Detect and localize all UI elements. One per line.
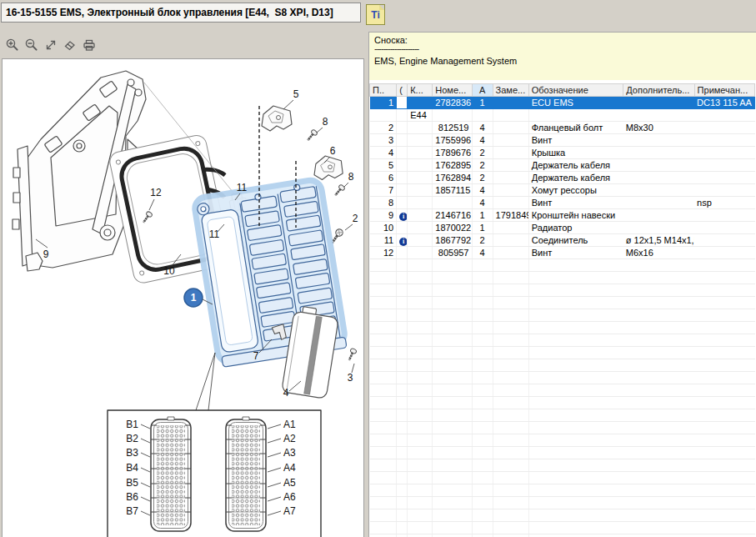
cell-pos[interactable]: 1 [370, 97, 397, 109]
cell-qty[interactable] [472, 109, 493, 122]
cell-extra[interactable] [623, 159, 694, 172]
cell-note[interactable] [694, 297, 754, 309]
cell-repl[interactable] [493, 334, 528, 347]
cell-info[interactable] [397, 397, 408, 409]
cell-note[interactable] [694, 372, 754, 384]
cell-qty[interactable] [472, 434, 493, 447]
cell-repl[interactable] [493, 322, 528, 334]
cell-info[interactable] [397, 197, 408, 209]
cell-repl[interactable] [493, 397, 528, 409]
cell-repl[interactable] [493, 309, 528, 322]
cell-desig[interactable] [528, 472, 623, 484]
cell-group[interactable] [408, 334, 433, 347]
cell-desig[interactable] [528, 284, 623, 297]
cell-repl[interactable] [493, 184, 528, 197]
cell-pos[interactable] [370, 309, 397, 322]
table-row[interactable]: 11i18677922Соединительø 12x1,5 M14x1,5 [370, 234, 755, 247]
cell-repl[interactable] [493, 297, 528, 309]
zoom-in-icon[interactable] [5, 38, 20, 53]
cell-pos[interactable]: 8 [370, 197, 397, 209]
info-icon[interactable]: i [399, 213, 408, 221]
cell-note[interactable] [694, 484, 754, 497]
cell-desig[interactable] [528, 347, 623, 359]
cell-part[interactable] [433, 397, 472, 409]
cell-note[interactable] [694, 384, 754, 397]
cell-part[interactable]: 2146716 [433, 209, 472, 222]
callout-2[interactable]: 2 [353, 213, 358, 224]
cell-part[interactable] [433, 109, 472, 122]
cell-qty[interactable] [472, 422, 493, 434]
cell-group[interactable] [408, 147, 433, 159]
cell-info[interactable] [397, 384, 408, 397]
cell-pos[interactable] [370, 522, 397, 534]
cell-repl[interactable] [493, 284, 528, 297]
table-row[interactable]: 317559964Винт [370, 134, 755, 147]
table-row[interactable]: 127828361ECU EMSDC13 115 AA [370, 97, 755, 109]
cell-extra[interactable] [623, 509, 694, 522]
cell-group[interactable] [408, 434, 433, 447]
cell-group[interactable] [408, 497, 433, 509]
cell-repl[interactable] [493, 222, 528, 234]
cell-extra[interactable] [623, 147, 694, 159]
cell-repl[interactable] [493, 159, 528, 172]
cell-group[interactable] [408, 347, 433, 359]
cell-pos[interactable]: 12 [370, 247, 397, 259]
cell-extra[interactable] [623, 409, 694, 422]
cell-part[interactable] [433, 359, 472, 372]
cell-group[interactable] [408, 134, 433, 147]
cell-pos[interactable] [370, 509, 397, 522]
cell-pos[interactable] [370, 534, 397, 537]
cell-part[interactable] [433, 484, 472, 497]
cell-pos[interactable] [370, 472, 397, 484]
cell-qty[interactable] [472, 259, 493, 272]
cell-repl[interactable] [493, 422, 528, 434]
cell-qty[interactable] [472, 372, 493, 384]
cell-desig[interactable]: Хомут рессоры [528, 184, 623, 197]
cell-group[interactable] [408, 259, 433, 272]
cell-qty[interactable] [472, 447, 493, 459]
cell-part[interactable] [433, 272, 472, 284]
cell-desig[interactable] [528, 447, 623, 459]
cell-repl[interactable] [493, 384, 528, 397]
table-row[interactable] [370, 422, 755, 434]
cell-desig[interactable]: Винт [528, 197, 623, 209]
cell-info[interactable] [397, 159, 408, 172]
cell-repl[interactable]: 1791849 [493, 209, 528, 222]
cell-desig[interactable] [528, 534, 623, 537]
cell-pos[interactable] [370, 372, 397, 384]
callout-11b[interactable]: 11 [209, 228, 220, 240]
cell-pos[interactable] [370, 422, 397, 434]
cell-pos[interactable] [370, 497, 397, 509]
cell-info[interactable]: i [397, 234, 408, 247]
cell-repl[interactable] [493, 409, 528, 422]
cell-pos[interactable] [370, 109, 397, 122]
cell-qty[interactable]: 2 [472, 159, 493, 172]
cell-extra[interactable] [623, 272, 694, 284]
cell-group[interactable] [408, 122, 433, 134]
cell-pos[interactable]: 3 [370, 134, 397, 147]
cell-group[interactable] [408, 384, 433, 397]
cell-repl[interactable] [493, 497, 528, 509]
cell-repl[interactable] [493, 484, 528, 497]
cell-part[interactable] [433, 297, 472, 309]
cell-group[interactable] [408, 97, 433, 109]
cell-desig[interactable]: ECU EMS [528, 97, 623, 109]
cell-desig[interactable] [528, 409, 623, 422]
cell-part[interactable] [433, 309, 472, 322]
cell-note[interactable] [694, 272, 754, 284]
cell-note[interactable] [694, 109, 754, 122]
cell-note[interactable] [694, 284, 754, 297]
cell-desig[interactable]: Винт [528, 247, 623, 259]
table-row[interactable] [370, 284, 755, 297]
cell-extra[interactable] [623, 197, 694, 209]
cell-pos[interactable] [370, 272, 397, 284]
cell-info[interactable] [397, 422, 408, 434]
cell-pos[interactable] [370, 459, 397, 472]
cell-note[interactable] [694, 209, 754, 222]
callout-8b[interactable]: 8 [348, 171, 354, 183]
column-header-info[interactable]: ( [397, 84, 408, 97]
cell-repl[interactable] [493, 534, 528, 537]
table-row[interactable] [370, 347, 755, 359]
cell-qty[interactable]: 4 [472, 197, 493, 209]
cell-part[interactable] [433, 334, 472, 347]
